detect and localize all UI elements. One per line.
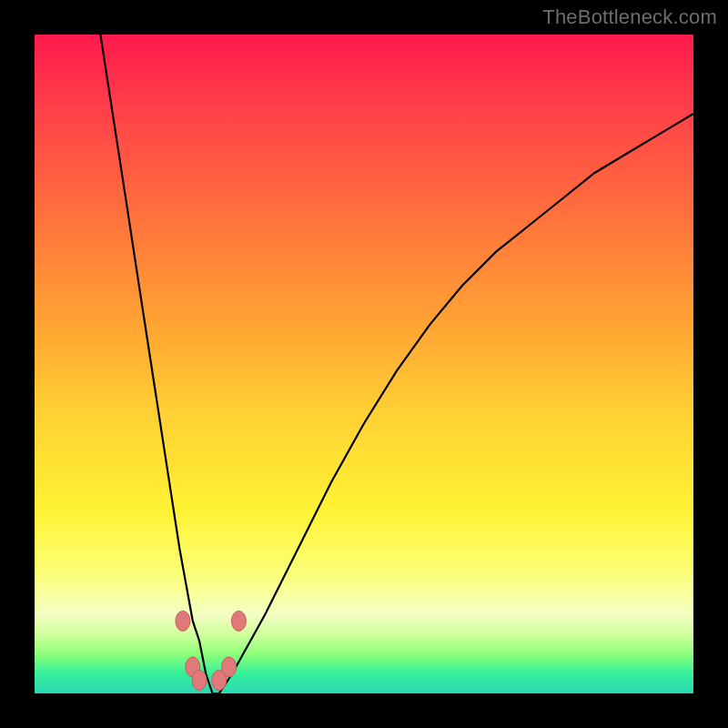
marker-group xyxy=(176,611,247,690)
watermark-text: TheBottleneck.com xyxy=(542,5,717,29)
curve-marker xyxy=(231,611,246,631)
curve-marker xyxy=(192,671,207,691)
chart-frame: TheBottleneck.com xyxy=(0,0,728,728)
bottleneck-curve xyxy=(100,35,693,693)
curve-marker xyxy=(176,611,190,631)
curve-marker xyxy=(222,657,237,677)
chart-svg xyxy=(35,35,693,693)
chart-plot-area xyxy=(35,35,693,693)
